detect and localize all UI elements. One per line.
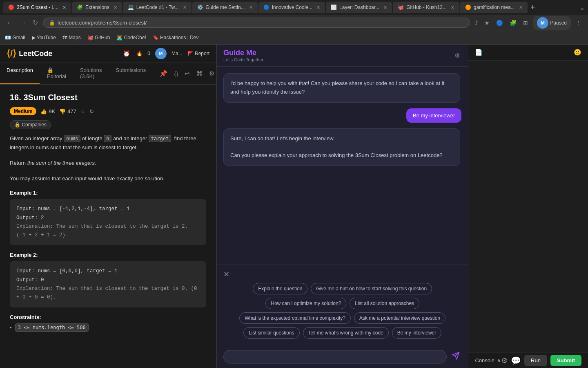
tab-close-btn[interactable]: ✕ (62, 5, 66, 10)
lc-logo-icon: ⟨/⟩ (7, 48, 16, 59)
suggestion-interviewer[interactable]: Be my interviewer (392, 327, 441, 339)
tab-close-btn[interactable]: ✕ (114, 5, 117, 10)
companies-badge[interactable]: 🔒 Companies (10, 120, 51, 129)
save-icon[interactable]: 📌 (158, 68, 169, 79)
lc-user-avatar[interactable]: M (155, 48, 167, 59)
grid-icon[interactable]: ⊞ (521, 18, 530, 28)
tab-close-btn[interactable]: ✕ (451, 5, 454, 10)
tab-solutions[interactable]: Solutions (3.6K) (74, 63, 108, 84)
bookmark-button[interactable]: ★ (483, 18, 491, 28)
console-btn[interactable]: Console ∧ (475, 357, 501, 364)
suggestion-row-1: Explain the question Give me a hint on h… (223, 283, 461, 294)
problem-description: Given an integer array nums of length n … (10, 134, 206, 152)
user-avatar: M (537, 17, 548, 29)
tab-label: LeetCode #1 - Tw... (136, 4, 179, 10)
tab-submissions[interactable]: Submissions (109, 63, 152, 84)
example1-output: Output: 2 (16, 214, 200, 222)
tab-close-btn[interactable]: ✕ (316, 5, 320, 10)
bottom-bar: Console ∧ ⚙ 💬 Run Submit (468, 352, 588, 368)
tab-label: gamification mea... (474, 4, 515, 10)
tab-leetcode1[interactable]: 💻 LeetCode #1 - Tw... ✕ (123, 2, 192, 13)
run-button[interactable]: Run (524, 355, 547, 366)
browser-actions: ⤴ ★ 🔵 🧩 ⊞ M Paused ⋮ (473, 16, 583, 30)
command-icon[interactable]: ⌘ (195, 68, 204, 79)
constraint1: • 3 <= nums.length <= 500 (10, 323, 206, 332)
note-icon[interactable]: 📄 (473, 47, 484, 58)
report-btn[interactable]: 🚩 Report (187, 51, 209, 56)
refresh-icon[interactable]: ↻ (89, 108, 94, 114)
tab-github[interactable]: 🐙 GitHub - Kush13... ✕ (393, 2, 459, 13)
bookmark-youtube[interactable]: ▶ YouTube (32, 35, 56, 40)
tab-description[interactable]: Description (0, 63, 40, 84)
lc-timer-icon[interactable]: ⏰ (121, 49, 131, 58)
suggestion-optimize[interactable]: How can I optimize my solution? (265, 298, 346, 309)
browser-chrome: 🔴 3Sum Closest - L... ✕ 🧩 Extensions ✕ 💻… (0, 0, 588, 45)
back-button[interactable]: ← (5, 18, 15, 28)
menu-button[interactable]: ⋮ (574, 18, 583, 28)
tab-dropdown-btn[interactable]: ⌄ (579, 4, 585, 11)
submit-button[interactable]: Submit (550, 355, 581, 366)
suggestion-explain[interactable]: Explain the question (253, 283, 307, 294)
tab-innovative[interactable]: 🔵 Innovative Codie... ✕ (258, 2, 325, 13)
bottom-left: Console ∧ (475, 357, 501, 364)
guide-title: Guide Me (223, 49, 265, 57)
constraint1-code: 3 <= nums.length <= 500 (15, 323, 89, 332)
tab-gamification[interactable]: 🟠 gamification mea... ✕ (460, 2, 528, 13)
tab-extensions[interactable]: 🧩 Extensions ✕ (72, 2, 122, 13)
tab-close-btn[interactable]: ✕ (383, 5, 387, 10)
code-icon[interactable]: {} (172, 69, 180, 79)
new-tab-button[interactable]: + (528, 3, 538, 12)
close-suggestions-btn[interactable]: ✕ (223, 270, 229, 279)
suggestion-list-approaches[interactable]: List all solution approaches (350, 298, 419, 309)
ai-message-line1: Sure, I can do that! Let's begin the int… (230, 135, 453, 143)
tab-close-btn[interactable]: ✕ (249, 5, 253, 10)
tab-3sum-closest[interactable]: 🔴 3Sum Closest - L... ✕ (3, 2, 71, 13)
chat-message-user-1: Be my interviewer (406, 108, 461, 123)
chat-input-row (217, 347, 468, 368)
bookmark-codechef[interactable]: 👨‍💻 CodeChef (116, 35, 146, 40)
suggestion-hint[interactable]: Give me a hint on how to start solving t… (311, 283, 432, 294)
thumbs-up-icon: 👍 (40, 108, 47, 114)
undo-icon[interactable]: ↩ (183, 68, 192, 79)
ai-icon-btn[interactable]: ⚙ (501, 356, 508, 365)
editor-toolbar-right: 🙂 (572, 47, 583, 58)
share-button[interactable]: ⤴ (473, 18, 479, 28)
example1-input: Input: nums = [-1,2,1,-4], target = 1 (16, 205, 200, 213)
guide-settings-icon[interactable]: ⚙ (453, 50, 461, 61)
forward-button[interactable]: → (18, 18, 28, 28)
chat-input-field[interactable] (223, 350, 447, 364)
tab-guideme-settings[interactable]: ⚙️ Guide me Settin... ✕ (192, 2, 258, 13)
suggestion-whats-wrong[interactable]: Tell me what's wrong with my code (303, 327, 389, 339)
bookmark-maps[interactable]: 🗺 Maps (62, 35, 81, 40)
editor-toolbar-left: 📄 (473, 47, 484, 58)
target-code: target (149, 135, 171, 142)
bookmark-github[interactable]: 🐙 GitHub (87, 35, 110, 40)
chat-send-button[interactable] (450, 350, 461, 364)
suggestion-interview-question[interactable]: Ask me a potential interview question (354, 312, 445, 324)
bookmark-gmail[interactable]: 📧 Gmail (5, 35, 25, 40)
tab-editorial[interactable]: 🔒 Editorial (40, 63, 73, 84)
tab-favicon: ⬜ (331, 4, 337, 10)
tab-close-btn[interactable]: ✕ (519, 5, 523, 10)
refresh-button[interactable]: ↻ (31, 17, 40, 28)
chat-message-ai-1: I'd be happy to help you with that! Can … (223, 73, 460, 103)
puzzle-icon[interactable]: 🧩 (508, 18, 518, 28)
settings-icon[interactable]: ⚙ (207, 68, 216, 79)
extension-icon[interactable]: 🔵 (494, 18, 505, 28)
emoji-icon[interactable]: 🙂 (572, 47, 583, 58)
example2-output: Output: 0 (16, 276, 200, 285)
suggestion-similar[interactable]: List similar questions (243, 327, 299, 339)
tab-label: GitHub - Kush13... (406, 4, 447, 10)
star-icon[interactable]: ☆ (80, 108, 85, 114)
url-bar[interactable]: 🔒 leetcode.com/problems/3sum-closest/ (43, 18, 470, 28)
suggestion-time-complexity[interactable]: What is the expected optimal time comple… (239, 312, 351, 324)
lock-icon: 🔒 (49, 20, 55, 26)
tab-bar: 🔴 3Sum Closest - L... ✕ 🧩 Extensions ✕ 💻… (0, 0, 588, 15)
tab-close-btn[interactable]: ✕ (183, 5, 187, 10)
editor-area[interactable] (468, 61, 588, 352)
tab-layer[interactable]: ⬜ Layer: Dashboar... ✕ (326, 2, 392, 13)
bookmark-hackathons[interactable]: 🔖 Hackathons | Dev (153, 35, 199, 40)
tab-favicon: 🧩 (77, 4, 83, 10)
guide-chat-area: I'd be happy to help you with that! Can … (217, 67, 468, 265)
report-label: Report (195, 51, 209, 56)
